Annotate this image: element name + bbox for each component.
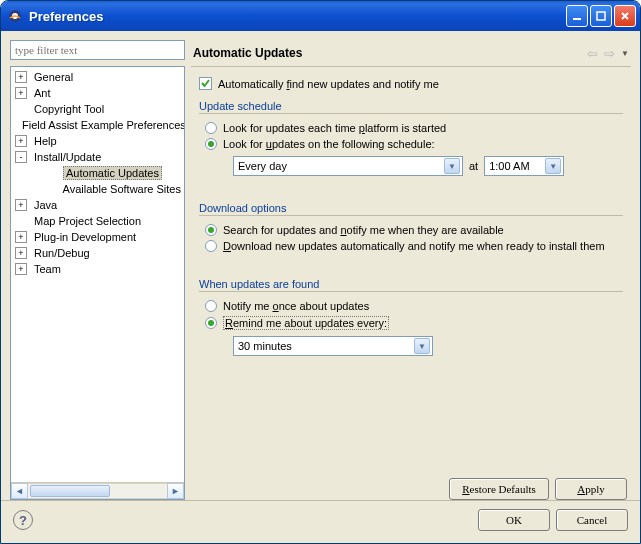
tree-item[interactable]: +Team xyxy=(11,261,184,277)
schedule-schedule-radio[interactable] xyxy=(205,138,217,150)
schedule-startup-radio[interactable] xyxy=(205,122,217,134)
expand-icon[interactable]: + xyxy=(15,199,27,211)
twisty-spacer xyxy=(45,183,55,195)
tree-item-label: General xyxy=(31,71,76,83)
collapse-icon[interactable]: - xyxy=(15,151,27,163)
titlebar[interactable]: Preferences xyxy=(1,1,640,31)
tree-item-label: Install/Update xyxy=(31,151,104,163)
found-once-label: Notify me once about updates xyxy=(223,300,369,312)
preferences-window: Preferences +General+AntCopyright ToolFi… xyxy=(0,0,641,544)
tree-item[interactable]: Automatic Updates xyxy=(11,165,184,181)
tree-item[interactable]: +General xyxy=(11,69,184,85)
expand-icon[interactable]: + xyxy=(15,247,27,259)
tree-item[interactable]: Available Software Sites xyxy=(11,181,184,197)
preferences-tree[interactable]: +General+AntCopyright ToolField Assist E… xyxy=(11,67,184,482)
window-title: Preferences xyxy=(29,9,566,24)
tree-item[interactable]: Copyright Tool xyxy=(11,101,184,117)
tree-item-label: Map Project Selection xyxy=(31,215,144,227)
twisty-spacer xyxy=(47,167,59,179)
download-group-title: Download options xyxy=(199,202,623,216)
scroll-left-button[interactable]: ◄ xyxy=(11,483,28,499)
auto-find-checkbox[interactable] xyxy=(199,77,212,90)
download-auto-label: Download new updates automatically and n… xyxy=(223,240,605,252)
found-remind-radio[interactable] xyxy=(205,317,217,329)
horizontal-scrollbar[interactable]: ◄ ► xyxy=(11,482,184,499)
restore-defaults-button[interactable]: Restore Defaults xyxy=(449,478,549,500)
chevron-down-icon: ▼ xyxy=(545,158,561,174)
page-title: Automatic Updates xyxy=(193,46,587,60)
app-icon xyxy=(7,8,23,24)
tree-item-label: Team xyxy=(31,263,64,275)
expand-icon[interactable]: + xyxy=(15,87,27,99)
remind-interval-combo[interactable]: 30 minutes ▼ xyxy=(233,336,433,356)
apply-button[interactable]: Apply xyxy=(555,478,627,500)
schedule-at-label: at xyxy=(469,160,478,172)
download-search-radio[interactable] xyxy=(205,224,217,236)
schedule-schedule-label: Look for updates on the following schedu… xyxy=(223,138,435,150)
tree-item[interactable]: +Help xyxy=(11,133,184,149)
tree-item-label: Run/Debug xyxy=(31,247,93,259)
close-button[interactable] xyxy=(614,5,636,27)
expand-icon[interactable]: + xyxy=(15,263,27,275)
download-search-label: Search for updates and notify me when th… xyxy=(223,224,504,236)
help-button[interactable]: ? xyxy=(13,510,33,530)
tree-item[interactable]: Field Assist Example Preferences xyxy=(11,117,184,133)
tree-item-label: Available Software Sites xyxy=(60,183,184,195)
expand-icon[interactable]: + xyxy=(15,135,27,147)
found-remind-label: Remind me about updates every: xyxy=(223,316,389,330)
scroll-right-button[interactable]: ► xyxy=(167,483,184,499)
twisty-spacer xyxy=(15,103,27,115)
tree-item-label: Help xyxy=(31,135,60,147)
auto-find-label: Automatically find new updates and notif… xyxy=(218,78,439,90)
twisty-spacer xyxy=(15,215,27,227)
tree-item-label: Automatic Updates xyxy=(63,166,162,180)
schedule-time-combo[interactable]: 1:00 AM ▼ xyxy=(484,156,564,176)
expand-icon[interactable]: + xyxy=(15,71,27,83)
tree-item[interactable]: +Plug-in Development xyxy=(11,229,184,245)
tree-item[interactable]: +Ant xyxy=(11,85,184,101)
tree-item-label: Field Assist Example Preferences xyxy=(19,119,184,131)
tree-item-label: Copyright Tool xyxy=(31,103,107,115)
nav-menu-icon[interactable]: ▼ xyxy=(621,49,629,58)
nav-back-icon[interactable]: ⇦ xyxy=(587,46,598,61)
tree-item[interactable]: Map Project Selection xyxy=(11,213,184,229)
cancel-button[interactable]: Cancel xyxy=(556,509,628,531)
chevron-down-icon: ▼ xyxy=(414,338,430,354)
schedule-group-title: Update schedule xyxy=(199,100,623,114)
schedule-startup-label: Look for updates each time platform is s… xyxy=(223,122,446,134)
maximize-button[interactable] xyxy=(590,5,612,27)
nav-forward-icon[interactable]: ⇨ xyxy=(604,46,615,61)
ok-button[interactable]: OK xyxy=(478,509,550,531)
expand-icon[interactable]: + xyxy=(15,231,27,243)
filter-input[interactable] xyxy=(10,40,185,60)
svg-rect-3 xyxy=(597,12,605,20)
svg-rect-2 xyxy=(573,18,581,20)
tree-item[interactable]: +Run/Debug xyxy=(11,245,184,261)
tree-item[interactable]: +Java xyxy=(11,197,184,213)
scroll-thumb[interactable] xyxy=(30,485,110,497)
tree-item[interactable]: -Install/Update xyxy=(11,149,184,165)
tree-item-label: Java xyxy=(31,199,60,211)
minimize-button[interactable] xyxy=(566,5,588,27)
found-once-radio[interactable] xyxy=(205,300,217,312)
download-auto-radio[interactable] xyxy=(205,240,217,252)
tree-item-label: Plug-in Development xyxy=(31,231,139,243)
tree-item-label: Ant xyxy=(31,87,54,99)
schedule-day-combo[interactable]: Every day ▼ xyxy=(233,156,463,176)
found-group-title: When updates are found xyxy=(199,278,623,292)
chevron-down-icon: ▼ xyxy=(444,158,460,174)
